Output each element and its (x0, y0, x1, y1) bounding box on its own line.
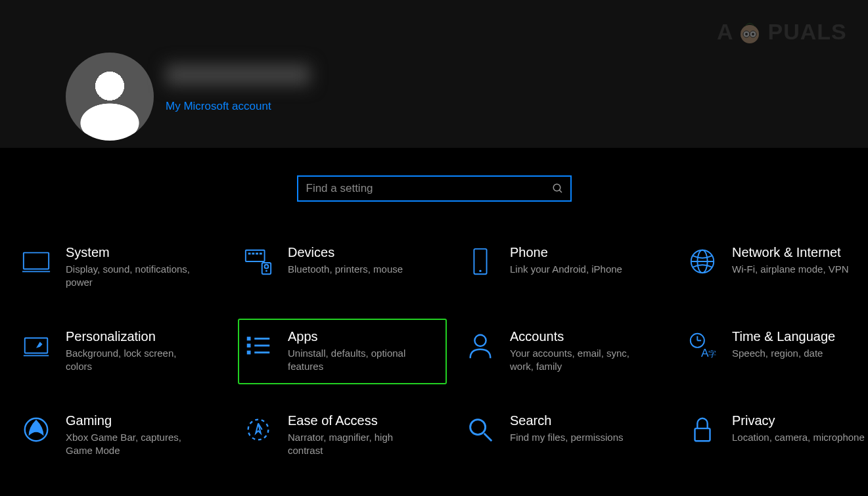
tile-search[interactable]: SearchFind my files, permissions (460, 403, 669, 468)
tile-desc: Xbox Game Bar, captures, Game Mode (66, 431, 204, 458)
tile-network[interactable]: Network & InternetWi-Fi, airplane mode, … (682, 235, 868, 300)
search-icon (552, 183, 564, 194)
tile-title: Ease of Access (288, 413, 426, 428)
tile-apps[interactable]: AppsUninstall, defaults, optional featur… (238, 319, 447, 384)
tile-title: Accounts (510, 329, 648, 344)
personalization-icon (21, 330, 51, 361)
tile-title: Phone (510, 245, 622, 260)
search-box (297, 175, 572, 202)
tile-text: GamingXbox Game Bar, captures, Game Mode (66, 412, 204, 458)
microsoft-account-link[interactable]: My Microsoft account (166, 100, 271, 112)
tile-desc: Bluetooth, printers, mouse (288, 263, 403, 276)
search-input[interactable] (297, 175, 572, 202)
tile-text: Time & LanguageSpeech, region, date (732, 328, 835, 360)
tile-title: Network & Internet (732, 245, 849, 260)
search-icon (465, 415, 495, 445)
tile-gaming[interactable]: GamingXbox Game Bar, captures, Game Mode (16, 403, 225, 468)
tile-desc: Display, sound, notifications, power (66, 263, 204, 290)
mascot-icon (734, 16, 765, 47)
svg-line-6 (559, 190, 562, 192)
network-icon (687, 246, 718, 277)
account-info: My Microsoft account (166, 53, 310, 113)
tile-phone[interactable]: PhoneLink your Android, iPhone (460, 235, 669, 300)
tile-accounts[interactable]: AccountsYour accounts, email, sync, work… (460, 319, 669, 384)
privacy-icon (687, 415, 718, 445)
settings-header: My Microsoft account A PUALS (0, 0, 868, 148)
ease-icon (243, 415, 273, 445)
tile-text: Network & InternetWi-Fi, airplane mode, … (732, 244, 849, 276)
user-avatar[interactable] (66, 53, 154, 141)
watermark-text-b: PUALS (768, 19, 847, 45)
tile-title: Time & Language (732, 329, 835, 344)
account-name-blurred (166, 64, 310, 85)
tile-devices[interactable]: DevicesBluetooth, printers, mouse (238, 235, 447, 300)
tile-system[interactable]: SystemDisplay, sound, notifications, pow… (16, 235, 225, 300)
devices-icon (243, 246, 273, 277)
gaming-icon (21, 415, 51, 445)
tile-desc: Speech, region, date (732, 347, 835, 360)
apps-icon (243, 330, 273, 361)
tile-text: AccountsYour accounts, email, sync, work… (510, 328, 648, 374)
tile-text: DevicesBluetooth, printers, mouse (288, 244, 403, 276)
tile-desc: Link your Android, iPhone (510, 263, 622, 276)
watermark-text-a: A (717, 19, 734, 45)
tile-desc: Your accounts, email, sync, work, family (510, 347, 648, 374)
tile-text: SearchFind my files, permissions (510, 412, 624, 444)
tile-desc: Find my files, permissions (510, 431, 624, 444)
tile-title: Devices (288, 245, 403, 260)
tile-time[interactable]: Time & LanguageSpeech, region, date (682, 319, 868, 384)
tile-text: PersonalizationBackground, lock screen, … (66, 328, 204, 374)
tile-desc: Uninstall, defaults, optional features (288, 347, 426, 374)
tile-desc: Location, camera, microphone (732, 431, 865, 444)
time-icon (687, 330, 718, 361)
settings-grid: SystemDisplay, sound, notifications, pow… (0, 235, 868, 468)
tile-title: Gaming (66, 413, 204, 428)
svg-point-3 (745, 33, 748, 35)
tile-personalization[interactable]: PersonalizationBackground, lock screen, … (16, 319, 225, 384)
tile-desc: Background, lock screen, colors (66, 347, 204, 374)
tile-text: PhoneLink your Android, iPhone (510, 244, 622, 276)
phone-icon (465, 246, 495, 277)
search-row (0, 148, 868, 235)
tile-desc: Narrator, magnifier, high contrast (288, 431, 426, 458)
tile-text: PrivacyLocation, camera, microphone (732, 412, 865, 444)
system-icon (21, 246, 51, 277)
appuals-watermark: A PUALS (717, 13, 855, 50)
tile-desc: Wi-Fi, airplane mode, VPN (732, 263, 849, 276)
tile-privacy[interactable]: PrivacyLocation, camera, microphone (682, 403, 868, 468)
svg-point-5 (553, 184, 560, 191)
svg-point-4 (752, 33, 754, 35)
tile-text: SystemDisplay, sound, notifications, pow… (66, 244, 204, 290)
tile-title: Privacy (732, 413, 865, 428)
tile-title: System (66, 245, 204, 260)
tile-text: AppsUninstall, defaults, optional featur… (288, 328, 426, 374)
tile-ease[interactable]: Ease of AccessNarrator, magnifier, high … (238, 403, 447, 468)
tile-text: Ease of AccessNarrator, magnifier, high … (288, 412, 426, 458)
tile-title: Personalization (66, 329, 204, 344)
accounts-icon (465, 330, 495, 361)
tile-title: Apps (288, 329, 426, 344)
tile-title: Search (510, 413, 624, 428)
